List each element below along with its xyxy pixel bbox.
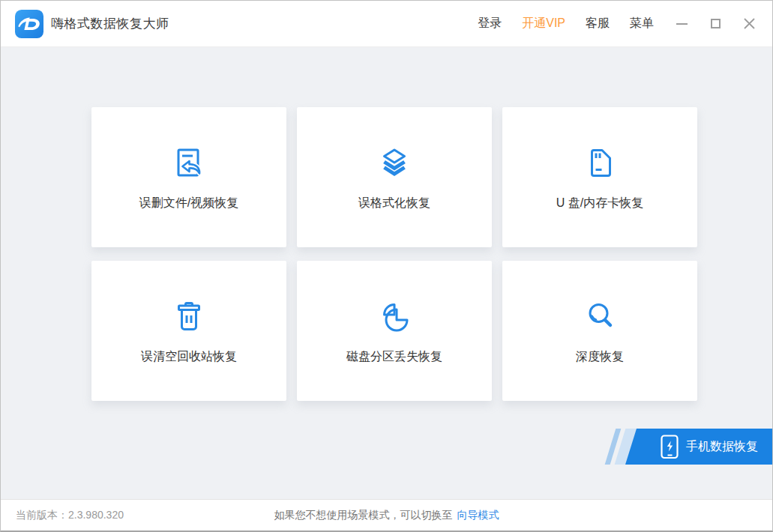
statusbar: 当前版本：2.3.980.320 如果您不想使用场景模式，可以切换至向导模式 (1, 499, 772, 531)
app-window: 嗨格式数据恢复大师 登录 开通VIP 客服 菜单 (0, 0, 773, 532)
main-content: 误删文件/视频恢复 误格式化恢复 (1, 47, 772, 499)
version-text: 当前版本：2.3.980.320 (16, 509, 124, 522)
minimize-icon (676, 23, 688, 25)
file-restore-icon (171, 145, 207, 181)
card-label: 误删文件/视频恢复 (139, 196, 238, 211)
format-layers-icon (376, 145, 412, 181)
recycle-bin-icon (171, 298, 207, 334)
card-label: 磁盘分区丢失恢复 (346, 349, 442, 365)
vip-button[interactable]: 开通VIP (522, 16, 565, 31)
mode-hint-text: 如果您不想使用场景模式，可以切换至 (274, 509, 453, 521)
banner-label: 手机数据恢复 (686, 439, 758, 455)
card-usb-memorycard-recovery[interactable]: U 盘/内存卡恢复 (502, 107, 697, 247)
card-label: 误格式化恢复 (358, 196, 430, 211)
titlebar: 嗨格式数据恢复大师 登录 开通VIP 客服 菜单 (1, 1, 772, 47)
phone-recovery-banner[interactable]: 手机数据恢复 (625, 429, 772, 465)
close-button[interactable] (741, 16, 757, 32)
titlebar-nav: 登录 开通VIP 客服 菜单 (478, 16, 654, 31)
menu-button[interactable]: 菜单 (630, 16, 654, 31)
card-format-recovery[interactable]: 误格式化恢复 (297, 107, 492, 247)
card-label: U 盘/内存卡恢复 (556, 196, 643, 211)
deep-scan-icon (582, 298, 618, 334)
phone-icon (661, 435, 679, 459)
app-logo-icon (15, 10, 43, 38)
maximize-button[interactable] (707, 16, 724, 32)
card-recycle-bin-recovery[interactable]: 误清空回收站恢复 (91, 261, 286, 401)
login-button[interactable]: 登录 (478, 16, 502, 31)
maximize-icon (711, 19, 721, 28)
card-label: 误清空回收站恢复 (141, 349, 237, 365)
card-deleted-file-recovery[interactable]: 误删文件/视频恢复 (91, 107, 286, 247)
recovery-card-grid: 误删文件/视频恢复 误格式化恢复 (91, 107, 697, 401)
card-disk-partition-recovery[interactable]: 磁盘分区丢失恢复 (297, 261, 492, 401)
card-label: 深度恢复 (576, 349, 624, 365)
memory-card-icon (582, 145, 618, 181)
disk-partition-icon (376, 298, 412, 334)
support-button[interactable]: 客服 (586, 16, 610, 31)
minimize-button[interactable] (673, 16, 690, 32)
app-title: 嗨格式数据恢复大师 (51, 15, 169, 32)
window-controls (673, 16, 757, 32)
card-deep-recovery[interactable]: 深度恢复 (502, 261, 697, 401)
close-icon (743, 17, 756, 30)
wizard-mode-link[interactable]: 向导模式 (457, 509, 499, 521)
